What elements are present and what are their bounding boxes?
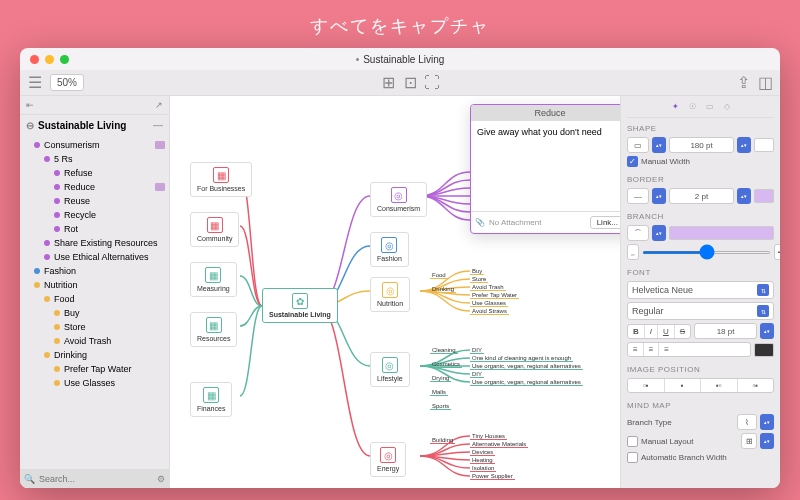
mindmap-node[interactable]: ▦Finances xyxy=(190,382,232,417)
popup-body[interactable]: Give away what you don't need xyxy=(471,121,620,211)
mindmap-node[interactable]: ◎Nutrition xyxy=(370,277,410,312)
tree-node[interactable]: Recycle xyxy=(20,208,169,222)
mindmap-sublabel[interactable]: Malls xyxy=(430,389,448,396)
font-family-select[interactable]: Helvetica Neue⇅ xyxy=(627,281,774,299)
align-left-button[interactable]: ≡ xyxy=(628,343,644,356)
border-width-field[interactable]: 2 pt xyxy=(669,188,734,204)
tab-tags[interactable]: ◇ xyxy=(724,102,730,111)
tree-node[interactable]: Food xyxy=(20,292,169,306)
branch-type-stepper[interactable]: ▴▾ xyxy=(760,414,774,430)
tree-node[interactable]: Store xyxy=(20,320,169,334)
mindmap-sublabel[interactable]: Sports xyxy=(430,403,451,410)
tab-style[interactable]: ✦ xyxy=(672,102,679,111)
mindmap-sublabel[interactable]: Drying xyxy=(430,375,451,382)
minimize-icon[interactable] xyxy=(45,55,54,64)
mindmap-leaf[interactable]: Power Supplier xyxy=(470,473,515,480)
collapse-icon[interactable]: ⇤ xyxy=(26,100,34,110)
mindmap-node[interactable]: ▦For Businesses xyxy=(190,162,252,197)
mindmap-sublabel[interactable]: Building xyxy=(430,437,455,444)
search-bar[interactable]: 🔍 ⚙ xyxy=(20,469,169,488)
tree-node[interactable]: Reduce xyxy=(20,180,169,194)
width-stepper[interactable]: ▴▾ xyxy=(737,137,751,153)
expand-tree-icon[interactable]: ↗ xyxy=(155,100,163,110)
mindmap-leaf[interactable]: Heating xyxy=(470,457,495,464)
mindmap-leaf[interactable]: Avoid Straws xyxy=(470,308,509,315)
mindmap-sublabel[interactable]: Cosmetics xyxy=(430,361,462,368)
branch-thick-icon[interactable]: ━ xyxy=(774,244,780,260)
focus-icon[interactable]: ⊡ xyxy=(403,76,417,90)
tree-node[interactable]: Reuse xyxy=(20,194,169,208)
img-pos-right[interactable]: ▫▪ xyxy=(738,379,774,392)
mindmap-sublabel[interactable]: Drinking xyxy=(430,286,456,293)
branch-style-select[interactable]: ⌒ xyxy=(627,225,649,241)
tree-node[interactable]: Rot xyxy=(20,222,169,236)
filter-icon[interactable]: ⚙ xyxy=(157,474,165,484)
tree-node[interactable]: Avoid Trash xyxy=(20,334,169,348)
root-node[interactable]: ✿Sustainable Living xyxy=(262,288,338,323)
branch-color-swatch[interactable] xyxy=(669,226,774,240)
branch-type-select[interactable]: ⌇ xyxy=(737,414,757,430)
tree-node[interactable]: Fashion xyxy=(20,264,169,278)
mindmap-node[interactable]: ◎Consumerism xyxy=(370,182,427,217)
mindmap-leaf[interactable]: Devices xyxy=(470,449,495,456)
layout-button[interactable]: ⊞ xyxy=(741,433,757,449)
branch-width-slider[interactable] xyxy=(642,251,771,254)
outline-title[interactable]: Sustainable Living — xyxy=(20,115,169,136)
mindmap-sublabel[interactable]: Food xyxy=(430,272,448,279)
font-color-swatch[interactable] xyxy=(754,343,774,357)
tree-node[interactable]: Share Existing Resources xyxy=(20,236,169,250)
align-right-button[interactable]: ≡ xyxy=(659,343,674,356)
mindmap-leaf[interactable]: DIY xyxy=(470,371,484,378)
maximize-icon[interactable] xyxy=(60,55,69,64)
inspector-toggle-icon[interactable]: ◫ xyxy=(758,76,772,90)
mindmap-leaf[interactable]: Tiny Houses xyxy=(470,433,507,440)
mindmap-leaf[interactable]: Use organic, vegan, regional alternative… xyxy=(470,363,583,370)
strike-button[interactable]: S xyxy=(675,325,690,338)
mindmap-leaf[interactable]: Alternative Materials xyxy=(470,441,528,448)
img-pos-top[interactable]: ▫▪ xyxy=(628,379,665,392)
search-input[interactable] xyxy=(39,474,153,484)
mindmap-node[interactable]: ◎Lifestyle xyxy=(370,352,410,387)
tree-node[interactable]: Consumerism xyxy=(20,138,169,152)
font-weight-select[interactable]: Regular⇅ xyxy=(627,302,774,320)
branch-thin-icon[interactable]: ⎯ xyxy=(627,244,639,260)
mindmap-leaf[interactable]: Isolation xyxy=(470,465,496,472)
tree-node[interactable]: Use Glasses xyxy=(20,376,169,390)
mindmap-leaf[interactable]: One kind of cleaning agent is enough xyxy=(470,355,573,362)
mindmap-canvas[interactable]: ✿Sustainable Living▦For Businesses▦Commu… xyxy=(170,96,620,488)
font-size-field[interactable]: 18 pt xyxy=(694,323,757,339)
mindmap-node[interactable]: ▦Resources xyxy=(190,312,237,347)
align-center-button[interactable]: ≡ xyxy=(644,343,660,356)
border-stepper[interactable]: ▴▾ xyxy=(652,188,666,204)
italic-button[interactable]: I xyxy=(645,325,658,338)
tree-node[interactable]: Buy xyxy=(20,306,169,320)
tab-notes[interactable]: ☉ xyxy=(689,102,696,111)
mindmap-leaf[interactable]: Use Glasses xyxy=(470,300,508,307)
img-pos-left[interactable]: ▪▫ xyxy=(701,379,738,392)
mindmap-leaf[interactable]: DIY xyxy=(470,347,484,354)
manual-layout-checkbox[interactable] xyxy=(627,436,638,447)
mindmap-leaf[interactable]: Avoid Trash xyxy=(470,284,506,291)
mindmap-node[interactable]: ▦Measuring xyxy=(190,262,237,297)
branch-stepper[interactable]: ▴▾ xyxy=(652,225,666,241)
outline-icon[interactable]: ⊞ xyxy=(381,76,395,90)
mindmap-sublabel[interactable]: Cleaning xyxy=(430,347,458,354)
tab-attachments[interactable]: ▭ xyxy=(706,102,714,111)
font-size-stepper[interactable]: ▴▾ xyxy=(760,323,774,339)
link-button[interactable]: Link... xyxy=(590,216,620,229)
shape-width-field[interactable]: 180 pt xyxy=(669,137,734,153)
layout-stepper[interactable]: ▴▾ xyxy=(760,433,774,449)
img-pos-center[interactable]: ▪ xyxy=(665,379,702,392)
tree-node[interactable]: Nutrition xyxy=(20,278,169,292)
expand-icon[interactable]: ⛶ xyxy=(425,76,439,90)
tree-node[interactable]: Prefer Tap Water xyxy=(20,362,169,376)
share-icon[interactable]: ⇪ xyxy=(736,76,750,90)
border-color-swatch[interactable] xyxy=(754,189,774,203)
mindmap-leaf[interactable]: Prefer Tap Water xyxy=(470,292,519,299)
mindmap-node[interactable]: ▦Community xyxy=(190,212,239,247)
mindmap-leaf[interactable]: Use organic, vegan, regional alternative… xyxy=(470,379,583,386)
mindmap-leaf[interactable]: Store xyxy=(470,276,488,283)
shape-style-select[interactable]: ▭ xyxy=(627,137,649,153)
manual-width-checkbox[interactable]: ✓ xyxy=(627,156,638,167)
underline-button[interactable]: U xyxy=(658,325,675,338)
